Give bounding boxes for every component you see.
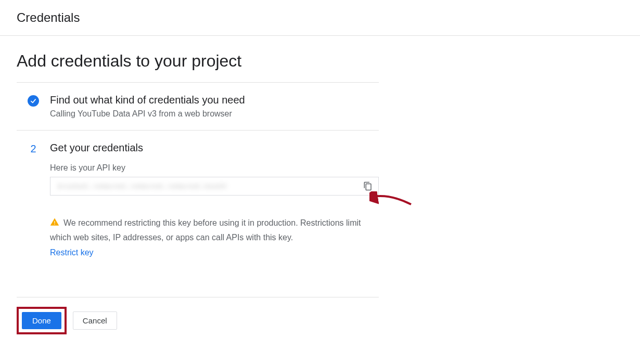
done-highlight-annotation: Done [17,307,67,334]
restrict-key-link[interactable]: Restrict key [50,246,94,259]
step-1-indicator [27,94,40,119]
step-1-body: Find out what kind of credentials you ne… [50,94,379,119]
warning-block: We recommend restricting this key before… [50,216,379,259]
warning-text: We recommend restricting this key before… [50,218,361,242]
copy-icon[interactable] [361,179,375,193]
warning-icon [50,217,59,231]
step-1-subtitle: Calling YouTube Data API v3 from a web b… [50,109,379,119]
content-area: Add credentials to your project Find out… [0,36,395,350]
api-key-box: AIzaSyD_redacted_redacted_redacted_key00 [50,177,379,196]
step-1-title: Find out what kind of credentials you ne… [50,94,379,106]
footer-actions: Done Cancel [17,297,379,334]
step-2: 2 Get your credentials Here is your API … [17,131,379,271]
page-header: Credentials [0,0,640,36]
done-button[interactable]: Done [22,312,61,329]
api-key-value[interactable]: AIzaSyD_redacted_redacted_redacted_key00 [57,182,361,190]
step-2-indicator: 2 [27,142,40,259]
main-title: Add credentials to your project [17,51,379,71]
cancel-button[interactable]: Cancel [73,311,117,330]
step-2-number: 2 [30,143,36,259]
step-1: Find out what kind of credentials you ne… [17,83,379,130]
step-2-body: Get your credentials Here is your API ke… [50,142,379,259]
api-key-label: Here is your API key [50,163,379,173]
check-circle-icon [28,95,39,107]
page-header-title: Credentials [17,10,623,25]
step-2-title: Get your credentials [50,142,379,154]
